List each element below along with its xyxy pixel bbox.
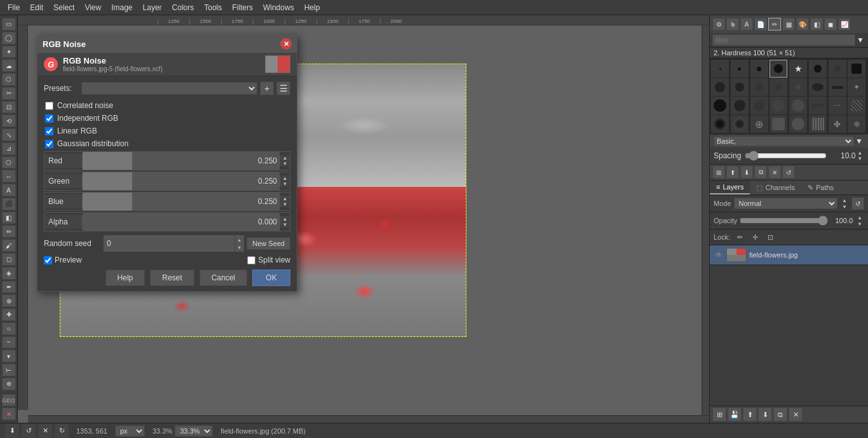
brush-category-select[interactable]: Basic,: [714, 136, 854, 146]
raise-layer-button[interactable]: ⬆: [743, 407, 757, 421]
green-decrement[interactable]: ▼: [280, 181, 290, 187]
preset-add-button[interactable]: +: [260, 81, 274, 95]
red-decrement[interactable]: ▼: [280, 161, 290, 167]
redo-button[interactable]: ↻: [55, 424, 69, 438]
spacing-decrement[interactable]: ▼: [855, 156, 864, 161]
tool-transform[interactable]: ⟲: [2, 114, 16, 127]
brush-cell[interactable]: [848, 60, 865, 78]
brush-cell[interactable]: [750, 97, 768, 114]
brush-cell[interactable]: [809, 60, 827, 78]
tool-ellipse-select[interactable]: ◯: [2, 32, 16, 44]
brush-cell[interactable]: [731, 97, 749, 114]
menu-select[interactable]: Select: [48, 2, 79, 13]
brush-cell[interactable]: ✤: [829, 115, 846, 133]
layer-duplicate-icon[interactable]: ⧉: [754, 166, 767, 179]
tool-gradient[interactable]: ◧: [2, 212, 16, 224]
tool-scissors[interactable]: ✂: [2, 87, 16, 100]
linear-checkbox[interactable]: [45, 127, 53, 135]
brush-cell[interactable]: [731, 60, 749, 78]
tool-rect-select[interactable]: ▭: [2, 18, 16, 31]
tool-shear[interactable]: ⊿: [2, 142, 16, 155]
palettes-icon[interactable]: 🎨: [796, 18, 809, 31]
tool-paintbrush[interactable]: 🖌: [2, 239, 16, 252]
brush-cell[interactable]: [848, 97, 865, 114]
seed-decrement[interactable]: ▼: [234, 243, 243, 251]
brush-cell[interactable]: [731, 115, 749, 133]
opacity-slider[interactable]: [740, 216, 828, 226]
tool-airbrush[interactable]: ◈: [2, 267, 16, 280]
layer-raise-icon[interactable]: ⬆: [726, 166, 739, 179]
lock-alpha-button[interactable]: ⊡: [764, 231, 776, 243]
tool-eraser[interactable]: ◻: [2, 253, 16, 266]
menu-file[interactable]: File: [3, 2, 25, 13]
brush-cell[interactable]: [711, 97, 729, 114]
presets-select[interactable]: [81, 82, 257, 95]
seed-increment[interactable]: ▲: [234, 236, 243, 243]
tool-heal[interactable]: ✚: [2, 308, 16, 321]
menu-layer[interactable]: Layer: [138, 2, 167, 13]
lock-position-button[interactable]: ✛: [749, 231, 761, 243]
tool-color-picker[interactable]: ▾: [2, 350, 16, 362]
menu-edit[interactable]: Edit: [25, 2, 48, 13]
mode-select[interactable]: Normal Multiply Screen Overlay: [734, 198, 837, 209]
layer-refresh-icon[interactable]: ↺: [782, 166, 795, 179]
spacing-increment[interactable]: ▲: [855, 150, 864, 156]
preset-options-button[interactable]: ☰: [276, 81, 290, 95]
tool-extra[interactable]: ✕: [2, 407, 16, 420]
tab-layers[interactable]: ≡ Layers: [710, 181, 750, 195]
cancel-button[interactable]: Cancel: [200, 270, 247, 286]
unit-select[interactable]: px in mm: [115, 425, 145, 437]
tool-measure[interactable]: ⊢: [2, 364, 16, 376]
preview-checkbox[interactable]: [44, 256, 52, 264]
blue-increment[interactable]: ▲: [280, 196, 290, 202]
brush-cell[interactable]: [829, 78, 846, 96]
brush-cell[interactable]: [789, 97, 807, 114]
brush-cell[interactable]: ✦: [848, 78, 865, 96]
menu-windows[interactable]: Windows: [258, 2, 299, 13]
mode-decrement[interactable]: ▼: [840, 203, 849, 210]
tool-fuzzy-select[interactable]: ☁: [2, 59, 16, 72]
blue-slider-track[interactable]: 0.250: [83, 193, 280, 210]
brush-cell[interactable]: [789, 115, 807, 133]
blue-decrement[interactable]: ▼: [280, 202, 290, 207]
tool-text[interactable]: A: [2, 184, 16, 196]
green-slider-track[interactable]: 0.250: [83, 172, 280, 190]
tool-color-select[interactable]: ⬡: [2, 73, 16, 86]
split-view-checkbox[interactable]: [247, 256, 255, 264]
layer-lower-icon[interactable]: ⬇: [740, 166, 753, 179]
brush-cell[interactable]: ★: [789, 60, 807, 78]
alpha-slider-track[interactable]: 0.000: [83, 213, 280, 231]
dynamics-icon[interactable]: 📈: [838, 18, 851, 31]
filter-input[interactable]: [712, 34, 855, 46]
tool-pencil[interactable]: ✏: [2, 225, 16, 238]
brush-cell[interactable]: [711, 115, 729, 133]
layer-visibility-icon[interactable]: 👁: [714, 250, 724, 260]
brush-cell[interactable]: [750, 60, 768, 78]
alpha-increment[interactable]: ▲: [280, 216, 290, 222]
discard-button[interactable]: ✕: [38, 424, 52, 438]
geo-btn[interactable]: GEO: [2, 394, 16, 407]
red-slider-track[interactable]: 0.250: [83, 152, 280, 170]
document-history-icon[interactable]: 📄: [754, 18, 767, 31]
alpha-decrement[interactable]: ▼: [280, 222, 290, 228]
brush-cell[interactable]: [711, 60, 729, 78]
fonts-icon[interactable]: A: [740, 18, 753, 31]
menu-image[interactable]: Image: [106, 2, 137, 13]
lock-pixels-button[interactable]: ✏: [734, 231, 745, 243]
menu-colors[interactable]: Colors: [167, 2, 200, 13]
zoom-select[interactable]: 33.3% 50% 100%: [175, 425, 213, 437]
duplicate-layer-button[interactable]: ⧉: [773, 407, 787, 421]
tool-flip[interactable]: ↔: [2, 170, 16, 182]
export-button[interactable]: ⬇: [5, 424, 19, 438]
mode-reset-icon[interactable]: ↺: [851, 197, 864, 210]
brush-cell[interactable]: [789, 78, 807, 96]
gradients-icon[interactable]: ◧: [810, 18, 823, 31]
tool-ink[interactable]: ✒: [2, 281, 16, 294]
red-increment[interactable]: ▲: [280, 155, 290, 161]
new-layer-button[interactable]: ⊞: [712, 407, 726, 421]
brush-cell[interactable]: [731, 78, 749, 96]
tool-crop[interactable]: ⊡: [2, 101, 16, 114]
brush-cell[interactable]: [809, 97, 827, 114]
new-seed-button[interactable]: New Seed: [247, 237, 290, 250]
tool-zoom[interactable]: ⊕: [2, 378, 16, 390]
